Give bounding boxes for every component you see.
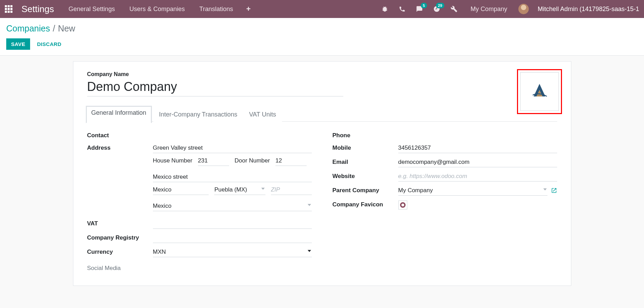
tabs: General Information Inter-Company Transa… <box>87 107 557 122</box>
parent-company-label: Parent Company <box>333 186 398 194</box>
currency-caret-icon[interactable] <box>308 250 311 252</box>
favicon-ring-icon <box>400 202 406 208</box>
messages-badge: 5 <box>421 3 427 8</box>
city-input[interactable] <box>153 186 209 195</box>
email-label: Email <box>333 158 398 166</box>
contact-label: Contact <box>87 131 153 139</box>
email-input[interactable] <box>398 158 557 167</box>
activities-icon[interactable]: 29 <box>433 6 440 12</box>
website-label: Website <box>333 172 398 180</box>
nav-users-companies[interactable]: Users & Companies <box>129 6 185 13</box>
company-logo-upload[interactable] <box>520 72 559 111</box>
breadcrumb-current: New <box>58 24 75 34</box>
company-logo-icon <box>530 82 549 101</box>
company-registry-label: Company Registry <box>87 234 153 241</box>
top-navbar: Settings General Settings Users & Compan… <box>0 0 644 18</box>
state-input[interactable] <box>214 186 265 195</box>
messages-icon[interactable]: 5 <box>416 6 423 12</box>
parent-company-input[interactable] <box>398 186 547 196</box>
door-number-label: Door Number <box>235 157 270 164</box>
phone-label: Phone <box>333 131 398 139</box>
country-input[interactable] <box>153 202 312 211</box>
external-link-icon[interactable] <box>551 187 557 195</box>
parent-company-caret-icon[interactable] <box>543 188 547 190</box>
tab-vat-units[interactable]: VAT Units <box>243 107 282 122</box>
address-label: Address <box>87 144 153 151</box>
save-button[interactable]: SAVE <box>6 38 30 50</box>
country-caret-icon[interactable] <box>308 204 311 206</box>
zip-input[interactable] <box>271 186 312 195</box>
company-favicon-label: Company Favicon <box>333 200 398 208</box>
company-favicon-upload[interactable] <box>398 200 407 209</box>
form-sheet: Company Name General Information Inter-C… <box>73 61 571 286</box>
vat-input[interactable] <box>153 220 312 229</box>
tab-general-information[interactable]: General Information <box>86 106 152 123</box>
nav-translations[interactable]: Translations <box>199 6 233 13</box>
website-input[interactable] <box>398 172 557 181</box>
apps-icon[interactable] <box>5 5 12 13</box>
discard-button[interactable]: DISCARD <box>36 38 62 50</box>
social-media-heading: Social Media <box>87 265 312 272</box>
tools-icon[interactable] <box>451 6 457 12</box>
company-name-label: Company Name <box>87 71 557 77</box>
tab-inter-company-transactions[interactable]: Inter-Company Transactions <box>153 107 243 122</box>
form-right-column: Phone Mobile Email Website <box>333 131 557 272</box>
control-panel: Companies / New SAVE DISCARD <box>0 18 644 56</box>
mobile-label: Mobile <box>333 144 398 151</box>
app-brand[interactable]: Settings <box>21 4 54 15</box>
breadcrumb-separator: / <box>53 24 55 34</box>
company-name-input[interactable] <box>87 79 343 96</box>
currency-input[interactable] <box>153 248 312 257</box>
house-number-label: House Number <box>153 157 192 164</box>
mobile-input[interactable] <box>398 144 557 153</box>
user-menu[interactable]: Mitchell Admin (14179825-saas-15-1 <box>538 6 639 13</box>
vat-label: VAT <box>87 220 153 227</box>
state-caret-icon[interactable] <box>261 188 265 190</box>
breadcrumb: Companies / New <box>6 24 638 34</box>
activities-badge: 29 <box>436 3 444 8</box>
street2-input[interactable] <box>153 173 312 182</box>
company-logo-highlight <box>517 69 562 114</box>
company-registry-input[interactable] <box>153 234 312 243</box>
bug-icon[interactable] <box>381 6 388 12</box>
breadcrumb-companies[interactable]: Companies <box>6 24 50 34</box>
user-avatar[interactable] <box>518 4 529 14</box>
phone-icon[interactable] <box>399 6 406 12</box>
street-input[interactable] <box>153 144 312 153</box>
nav-general-settings[interactable]: General Settings <box>69 6 115 13</box>
form-left-column: Contact Address House Number Door Number <box>87 131 312 272</box>
company-switcher[interactable]: My Company <box>471 6 507 13</box>
house-number-input[interactable] <box>198 157 229 166</box>
plus-icon[interactable]: + <box>246 4 251 13</box>
door-number-input[interactable] <box>275 157 307 166</box>
currency-label: Currency <box>87 248 153 255</box>
